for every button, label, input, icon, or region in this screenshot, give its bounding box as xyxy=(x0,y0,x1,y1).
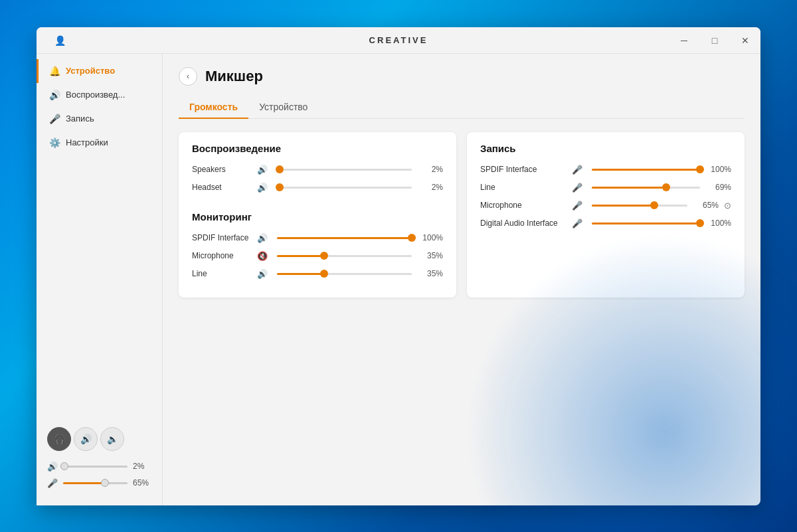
rec-line-icon: 🎤 xyxy=(572,183,584,193)
rec-mic-icon: 🎤 xyxy=(572,201,584,211)
output-volume-slider[interactable] xyxy=(63,466,128,468)
monitoring-line-row: Line 🔊 35% xyxy=(192,269,443,279)
sidebar-item-settings-label: Настройки xyxy=(66,137,108,147)
titlebar: 👤 CREATIVE ─ □ ✕ xyxy=(37,27,760,54)
monitoring-line-icon: 🔊 xyxy=(257,269,269,279)
monitoring-spdif-slider[interactable] xyxy=(277,237,412,239)
speakers-label: Speakers xyxy=(192,165,252,174)
sidebar-bottom: 🎧 🔊 🔈 🔊 2% 🎤 xyxy=(37,416,162,505)
tab-volume[interactable]: Громкость xyxy=(179,96,248,119)
sidebar-item-playback[interactable]: 🔊 Воспроизвед... xyxy=(37,83,162,107)
tab-device[interactable]: Устройство xyxy=(248,96,318,119)
monitoring-mic-icon: 🔇 xyxy=(257,251,269,261)
headset-slider[interactable] xyxy=(277,187,412,189)
rec-line-label: Line xyxy=(480,183,567,192)
rec-mic-label: Microphone xyxy=(480,201,567,210)
sidebar-item-device[interactable]: 🔔 Устройство xyxy=(37,59,162,83)
back-button[interactable]: ‹ xyxy=(179,67,197,86)
sidebar-item-record[interactable]: 🎤 Запись xyxy=(37,107,162,131)
monitoring-mic-value: 35% xyxy=(420,251,443,260)
headset-icon: 🔊 xyxy=(257,183,269,193)
speakers-slider[interactable] xyxy=(277,169,412,171)
maximize-button[interactable]: □ xyxy=(699,27,730,54)
monitoring-line-slider[interactable] xyxy=(277,273,412,275)
close-button[interactable]: ✕ xyxy=(730,27,760,54)
output-volume-value: 2% xyxy=(133,462,151,471)
device-icon: 🔔 xyxy=(49,66,60,76)
monitoring-mic-label: Microphone xyxy=(192,251,252,260)
rec-dai-value: 100% xyxy=(708,219,731,228)
rec-line-row: Line 🎤 69% xyxy=(480,183,731,193)
monitoring-spdif-value: 100% xyxy=(420,233,443,242)
rec-mic-slider[interactable] xyxy=(592,205,687,207)
monitoring-spdif-row: SPDIF Interface 🔊 100% xyxy=(192,233,443,243)
rec-mic-value: 65% xyxy=(695,201,719,210)
speaker2-button[interactable]: 🔈 xyxy=(100,427,124,451)
recording-title: Запись xyxy=(480,143,731,154)
rec-mic-row: Microphone 🎤 65% ⊙ xyxy=(480,201,731,211)
monitoring-title: Мониторинг xyxy=(192,211,443,222)
tabs-bar: Громкость Устройство xyxy=(179,96,745,119)
recording-card: Запись SPDIF Interface 🎤 100% Line 🎤 xyxy=(467,132,745,298)
app-logo: CREATIVE xyxy=(369,35,428,45)
rec-spdif-label: SPDIF Interface xyxy=(480,165,567,174)
sidebar: 🔔 Устройство 🔊 Воспроизвед... 🎤 Запись ⚙… xyxy=(37,54,163,505)
sidebar-item-record-label: Запись xyxy=(66,114,94,124)
mic-volume-row: 🎤 65% xyxy=(47,478,151,488)
page-title: Микшер xyxy=(205,68,263,85)
content-area: ‹ Микшер Громкость Устройство Воспроизве… xyxy=(163,54,760,505)
rec-line-value: 69% xyxy=(708,183,731,192)
rec-line-slider[interactable] xyxy=(592,187,700,189)
sidebar-item-playback-label: Воспроизвед... xyxy=(66,90,125,100)
user-icon[interactable]: 👤 xyxy=(44,27,75,54)
headset-label: Headset xyxy=(192,183,252,192)
device-icons-row: 🎧 🔊 🔈 xyxy=(47,427,151,451)
sidebar-item-settings[interactable]: ⚙️ Настройки xyxy=(37,131,162,155)
mic-volume-slider[interactable] xyxy=(63,482,128,484)
titlebar-controls: ─ □ ✕ xyxy=(669,27,760,54)
rec-spdif-icon: 🎤 xyxy=(572,165,584,175)
playback-icon: 🔊 xyxy=(49,90,60,100)
speakers-value: 2% xyxy=(420,165,443,174)
rec-dai-row: Digital Audio Interface 🎤 100% xyxy=(480,219,731,228)
mic-extra-icon[interactable]: ⊙ xyxy=(724,201,731,211)
rec-spdif-slider[interactable] xyxy=(592,169,700,171)
app-window: 👤 CREATIVE ─ □ ✕ 🔔 Устройство 🔊 Воспроиз… xyxy=(37,27,760,505)
playback-title: Воспроизведение xyxy=(192,143,443,154)
rec-dai-slider[interactable] xyxy=(592,222,700,224)
monitoring-spdif-label: SPDIF Interface xyxy=(192,233,252,242)
minimize-button[interactable]: ─ xyxy=(669,27,699,54)
speaker-button[interactable]: 🔊 xyxy=(74,427,98,451)
mic-volume-icon: 🎤 xyxy=(47,478,58,488)
speakers-icon: 🔊 xyxy=(257,165,269,175)
monitoring-mic-row: Microphone 🔇 35% xyxy=(192,251,443,261)
page-header: ‹ Микшер xyxy=(179,67,745,86)
speakers-row: Speakers 🔊 2% xyxy=(192,165,443,175)
monitoring-spdif-icon: 🔊 xyxy=(257,233,269,243)
sidebar-item-device-label: Устройство xyxy=(66,66,115,76)
rec-dai-label: Digital Audio Interface xyxy=(480,219,567,228)
monitoring-mic-slider[interactable] xyxy=(277,255,412,257)
cards-grid: Воспроизведение Speakers 🔊 2% Headset 🔊 xyxy=(179,132,745,298)
output-volume-row: 🔊 2% xyxy=(47,462,151,472)
headset-value: 2% xyxy=(420,183,443,192)
rec-spdif-row: SPDIF Interface 🎤 100% xyxy=(480,165,731,175)
mic-volume-value: 65% xyxy=(133,478,151,488)
monitoring-line-label: Line xyxy=(192,269,252,278)
rec-dai-icon: 🎤 xyxy=(572,219,584,228)
record-icon: 🎤 xyxy=(49,114,60,124)
output-volume-icon: 🔊 xyxy=(47,462,58,472)
playback-card: Воспроизведение Speakers 🔊 2% Headset 🔊 xyxy=(179,132,456,298)
headset-row: Headset 🔊 2% xyxy=(192,183,443,193)
headphones-button[interactable]: 🎧 xyxy=(47,427,71,451)
monitoring-line-value: 35% xyxy=(420,269,443,278)
settings-icon: ⚙️ xyxy=(49,137,60,148)
main-layout: 🔔 Устройство 🔊 Воспроизвед... 🎤 Запись ⚙… xyxy=(37,54,760,505)
titlebar-left: 👤 xyxy=(44,27,75,54)
rec-spdif-value: 100% xyxy=(708,165,731,174)
